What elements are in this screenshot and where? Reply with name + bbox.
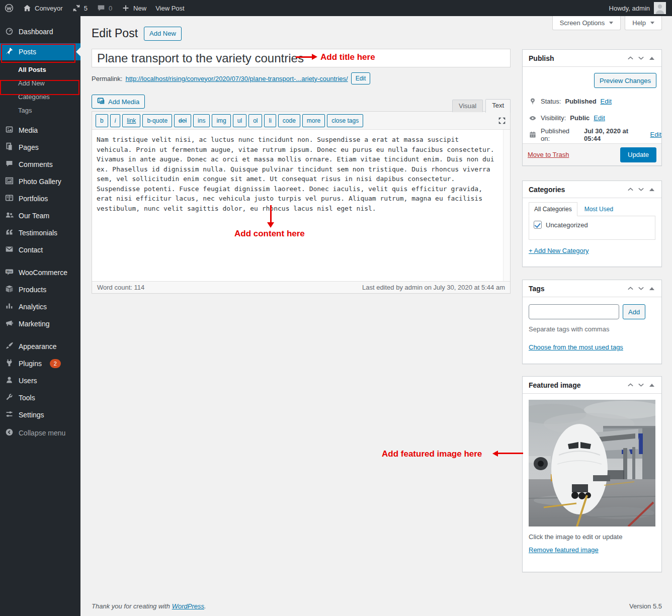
tab-most-used[interactable]: Most Used xyxy=(577,203,618,216)
qt-img-button[interactable]: img xyxy=(212,114,230,127)
featured-image-thumbnail[interactable]: M xyxy=(529,400,655,526)
sidebar-item-all-posts[interactable]: All Posts xyxy=(0,63,80,76)
qt-blockquote-button[interactable]: b-quote xyxy=(142,114,172,127)
edit-published-link[interactable]: Edit xyxy=(650,131,661,138)
new-content-menu[interactable]: New xyxy=(117,0,151,16)
categories-box-header[interactable]: Categories xyxy=(523,181,661,198)
featured-image-box-header[interactable]: Featured image xyxy=(523,377,661,394)
sidebar-item-tools[interactable]: Tools xyxy=(0,389,80,406)
chevron-up-icon[interactable] xyxy=(626,54,635,62)
toggle-icon[interactable] xyxy=(649,57,654,60)
sidebar-item-tags[interactable]: Tags xyxy=(0,104,80,117)
sidebar-item-categories[interactable]: Categories xyxy=(0,90,80,104)
remove-featured-image-link[interactable]: Remove featured image xyxy=(529,546,599,554)
sidebar-item-pages[interactable]: Pages xyxy=(0,139,80,156)
qt-li-button[interactable]: li xyxy=(264,114,276,127)
add-tag-button[interactable]: Add xyxy=(623,304,645,319)
sidebar-collapse-menu[interactable]: Collapse menu xyxy=(0,424,80,442)
publish-box-header[interactable]: Publish xyxy=(523,50,661,67)
screen-options-button[interactable]: Screen Options xyxy=(552,16,621,30)
new-tag-input[interactable] xyxy=(529,304,619,319)
update-button[interactable]: Update xyxy=(620,147,656,162)
chevron-down-icon xyxy=(609,22,613,24)
tag-input-row: Add xyxy=(529,304,655,319)
chevron-down-icon[interactable] xyxy=(637,381,645,389)
sidebar-item-marketing[interactable]: Marketing xyxy=(0,315,80,332)
category-checkbox[interactable] xyxy=(534,221,542,229)
sidebar-item-testimonials[interactable]: Testimonials xyxy=(0,224,80,241)
sidebar-item-media[interactable]: Media xyxy=(0,122,80,139)
toggle-icon[interactable] xyxy=(649,384,654,387)
sidebar-item-settings[interactable]: Settings xyxy=(0,406,80,423)
annotation-add-featured-image-here: Add featured image here xyxy=(382,449,482,459)
preview-row: Preview Changes xyxy=(523,67,661,88)
users-icon xyxy=(5,376,14,386)
tab-all-categories[interactable]: All Categories xyxy=(529,202,577,216)
chevron-up-icon[interactable] xyxy=(626,381,635,389)
admin-bar-account[interactable]: Howdy, admin xyxy=(609,2,672,14)
sidebar-item-appearance[interactable]: Appearance xyxy=(0,338,80,355)
sidebar-item-our-team[interactable]: Our Team xyxy=(0,207,80,224)
edit-visibility-link[interactable]: Edit xyxy=(594,114,605,122)
sidebar-item-dashboard[interactable]: Dashboard xyxy=(0,23,80,40)
qt-del-button[interactable]: del xyxy=(174,114,191,127)
sidebar-label: Photo Gallery xyxy=(19,178,61,186)
qt-ul-button[interactable]: ul xyxy=(233,114,246,127)
fullscreen-icon[interactable] xyxy=(497,116,507,125)
updates-indicator[interactable]: 5 xyxy=(67,0,92,16)
wordpress-admin-page: Conveyor 5 0 New View Post Howdy, admin xyxy=(0,0,672,616)
chevron-up-icon[interactable] xyxy=(626,185,635,194)
sidebar-item-woocommerce[interactable]: Woo WooCommerce xyxy=(0,264,80,281)
qt-bold-button[interactable]: b xyxy=(96,114,108,127)
preview-changes-button[interactable]: Preview Changes xyxy=(594,73,656,88)
sidebar-item-posts[interactable]: Posts xyxy=(0,43,80,60)
sidebar-item-plugins[interactable]: Plugins 2 xyxy=(0,355,80,372)
comments-indicator[interactable]: 0 xyxy=(92,0,117,16)
sidebar-label: Plugins xyxy=(19,360,42,368)
chevron-down-icon[interactable] xyxy=(637,284,645,293)
tab-text[interactable]: Text xyxy=(485,99,511,113)
qt-ins-button[interactable]: ins xyxy=(193,114,210,127)
wordpress-link[interactable]: WordPress xyxy=(172,602,204,610)
qt-code-button[interactable]: code xyxy=(278,114,300,127)
help-button[interactable]: Help xyxy=(625,16,662,30)
post-content-textarea[interactable]: Nam tristique velit nisi, ac luctus nunc… xyxy=(92,130,510,281)
view-post-link[interactable]: View Post xyxy=(151,0,189,16)
qt-ol-button[interactable]: ol xyxy=(248,114,262,127)
sidebar-item-portfolios[interactable]: Portfolios xyxy=(0,190,80,207)
sidebar-item-add-new[interactable]: Add New xyxy=(0,76,80,90)
toggle-icon[interactable] xyxy=(649,287,654,290)
sidebar-item-contact[interactable]: Contact xyxy=(0,241,80,258)
post-title-input[interactable] xyxy=(92,49,511,67)
chevron-down-icon[interactable] xyxy=(637,185,645,194)
chevron-down-icon xyxy=(650,22,654,24)
choose-tags-link[interactable]: Choose from the most used tags xyxy=(529,343,623,351)
add-media-button[interactable]: Add Media xyxy=(92,95,145,109)
tags-box-header[interactable]: Tags xyxy=(523,280,661,297)
sidebar-item-comments[interactable]: Comments xyxy=(0,156,80,173)
qt-close-tags-button[interactable]: close tags xyxy=(327,114,363,127)
qt-link-button[interactable]: link xyxy=(122,114,140,127)
box-handle-actions xyxy=(626,284,656,293)
sidebar-item-photo-gallery[interactable]: Photo Gallery xyxy=(0,173,80,190)
edit-status-link[interactable]: Edit xyxy=(601,98,612,105)
site-link[interactable]: Conveyor xyxy=(18,0,67,16)
annotation-add-content-here: Add content here xyxy=(234,229,305,239)
permalink-link[interactable]: http://localhost/rising/conveyor/2020/07… xyxy=(125,75,348,82)
qt-more-button[interactable]: more xyxy=(302,114,325,127)
sidebar-item-analytics[interactable]: Analytics xyxy=(0,298,80,315)
sidebar-item-users[interactable]: Users xyxy=(0,372,80,389)
qt-italic-button[interactable]: i xyxy=(110,114,121,127)
edit-permalink-button[interactable]: Edit xyxy=(351,72,371,84)
add-new-category-link[interactable]: + Add New Category xyxy=(529,247,589,254)
add-new-post-button[interactable]: Add New xyxy=(144,27,182,41)
move-to-trash-link[interactable]: Move to Trash xyxy=(528,151,569,158)
wordpress-menu[interactable] xyxy=(0,0,18,16)
tab-visual[interactable]: Visual xyxy=(452,100,483,112)
sidebar-label: Comments xyxy=(19,160,53,168)
chevron-down-icon[interactable] xyxy=(637,54,645,62)
toggle-icon[interactable] xyxy=(649,188,654,191)
chevron-up-icon[interactable] xyxy=(626,284,635,293)
sidebar-item-products[interactable]: Products xyxy=(0,281,80,298)
editor-scrollbar[interactable] xyxy=(503,130,510,281)
